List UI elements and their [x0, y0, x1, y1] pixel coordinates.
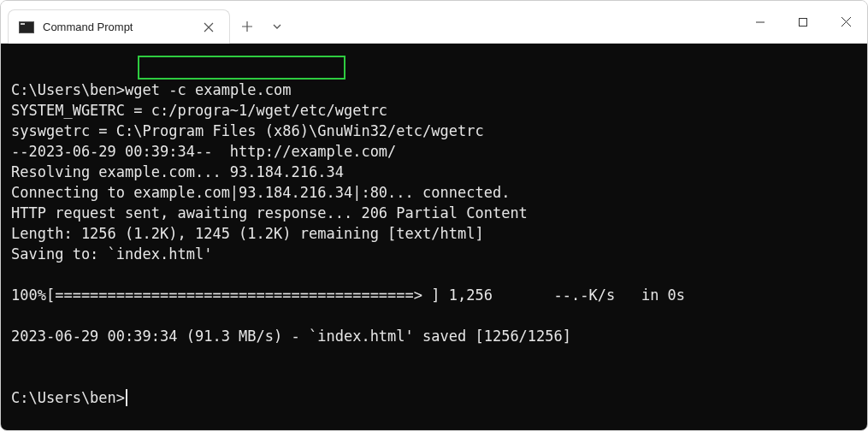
terminal-line: SYSTEM_WGETRC = c:/progra~1/wget/etc/wge…: [11, 100, 857, 121]
terminal-line: C:\Users\ben>: [11, 387, 857, 408]
command-prompt-icon: [19, 21, 34, 33]
entered-command: wget -c example.com: [125, 81, 291, 98]
svg-rect-0: [800, 18, 807, 26]
titlebar: Command Prompt: [1, 1, 867, 44]
terminal-line: --2023-06-29 00:39:34-- http://example.c…: [11, 141, 857, 162]
terminal-line: Saving to: `index.html': [11, 244, 857, 264]
text-cursor: [126, 389, 127, 406]
close-window-button[interactable]: [824, 1, 867, 44]
terminal-line: [11, 305, 857, 326]
titlebar-drag-area[interactable]: [290, 1, 739, 43]
terminal-line: [11, 264, 857, 285]
command-highlight-box: [138, 56, 345, 80]
prompt-path: C:\Users\ben>: [11, 81, 125, 98]
terminal-line: 100%[===================================…: [11, 285, 857, 305]
prompt-path: C:\Users\ben>: [11, 389, 125, 406]
terminal-line: [11, 346, 857, 367]
minimize-button[interactable]: [739, 1, 782, 44]
terminal-line: syswgetrc = C:\Program Files (x86)\GnuWi…: [11, 121, 857, 141]
tab-command-prompt[interactable]: Command Prompt: [8, 9, 230, 44]
close-tab-button[interactable]: [198, 21, 219, 34]
terminal-line: Length: 1256 (1.2K), 1245 (1.2K) remaini…: [11, 223, 857, 244]
terminal-line: HTTP request sent, awaiting response... …: [11, 203, 857, 223]
terminal-line: Resolving example.com... 93.184.216.34: [11, 162, 857, 182]
terminal-line: Connecting to example.com|93.184.216.34|…: [11, 182, 857, 203]
tab-dropdown-button[interactable]: [264, 9, 290, 43]
terminal-line: [11, 367, 857, 387]
maximize-button[interactable]: [782, 1, 824, 44]
terminal-line: 2023-06-29 00:39:34 (91.3 MB/s) - `index…: [11, 326, 857, 346]
terminal-line: C:\Users\ben>wget -c example.com: [11, 80, 857, 100]
window-controls: [739, 1, 867, 43]
terminal-output[interactable]: C:\Users\ben>wget -c example.comSYSTEM_W…: [1, 44, 867, 430]
new-tab-button[interactable]: [230, 9, 264, 43]
tab-title: Command Prompt: [43, 21, 133, 33]
